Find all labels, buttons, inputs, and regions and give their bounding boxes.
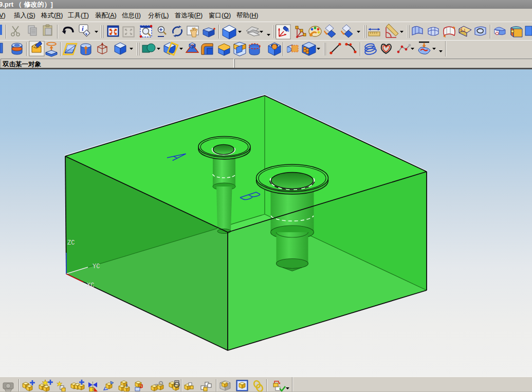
svg-text:+: + xyxy=(159,26,163,33)
svg-text:i: i xyxy=(82,25,84,32)
svg-text:YC: YC xyxy=(93,263,100,270)
svg-text:ZC: ZC xyxy=(67,239,75,247)
svg-text:XC: XC xyxy=(87,282,94,289)
